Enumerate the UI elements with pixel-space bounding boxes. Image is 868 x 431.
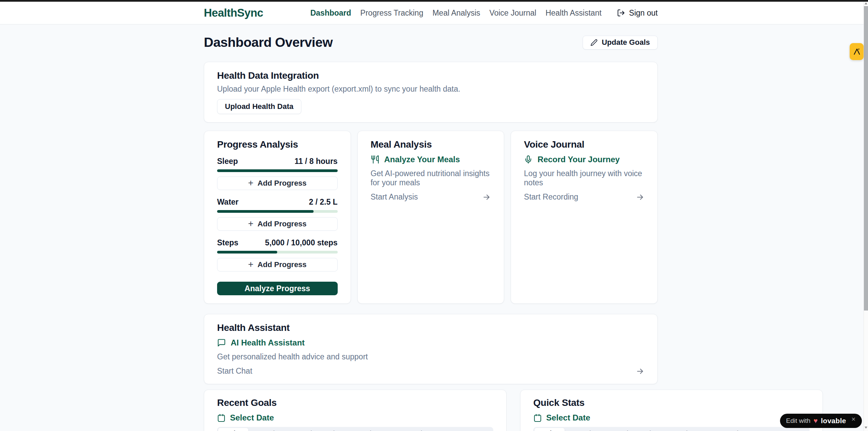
sleep-label: Sleep xyxy=(217,157,238,166)
arrow-right-icon xyxy=(482,193,491,202)
lovable-label: lovable xyxy=(821,417,846,425)
steps-progress-bar xyxy=(217,251,338,254)
steps-metric: Steps 5,000 / 10,000 steps +Add Progress xyxy=(217,238,338,271)
goals-tab-fri-jan-31[interactable]: Fri, Jan 31 xyxy=(323,428,362,431)
recent-goals-title: Recent Goals xyxy=(217,397,493,408)
stats-date-tabs: Today Yesterday Sat, Feb 1 Fri, Jan 31 T… xyxy=(533,427,810,431)
analyze-your-meals-link[interactable]: Analyze Your Meals xyxy=(371,155,491,164)
progress-analysis-card: Progress Analysis Sleep 11 / 8 hours +Ad… xyxy=(204,131,351,304)
scrollbar-down-arrow[interactable] xyxy=(865,427,867,429)
goals-tab-thu-jan-30[interactable]: Thu, Jan 30 xyxy=(362,428,405,431)
chat-bubble-icon xyxy=(217,338,226,347)
brand-logo: HealthSync xyxy=(204,6,263,19)
upload-health-data-button[interactable]: Upload Health Data xyxy=(217,99,301,114)
steps-label: Steps xyxy=(217,238,238,247)
scrollbar-thumb[interactable] xyxy=(864,6,868,311)
close-icon[interactable]: ✕ xyxy=(851,416,856,423)
start-recording-row[interactable]: Start Recording xyxy=(524,192,644,202)
nav-item-health-assistant[interactable]: Health Assistant xyxy=(546,8,602,18)
ai-health-assistant-link[interactable]: AI Health Assistant xyxy=(217,338,644,348)
stats-tab-thu-jan-30[interactable]: Thu, Jan 30 xyxy=(678,428,721,431)
add-water-progress-button[interactable]: +Add Progress xyxy=(217,217,338,231)
health-data-integration-card: Health Data Integration Upload your Appl… xyxy=(204,62,658,123)
stats-tab-wed-jan-29[interactable]: Wed, Jan 29 xyxy=(721,428,766,431)
goals-tab-today[interactable]: Today xyxy=(218,428,248,431)
update-goals-button[interactable]: Update Goals xyxy=(583,36,658,50)
analyze-progress-button[interactable]: Analyze Progress xyxy=(217,282,338,295)
sign-out-button[interactable]: Sign out xyxy=(617,8,658,18)
sleep-metric: Sleep 11 / 8 hours +Add Progress xyxy=(217,157,338,190)
health-assistant-description: Get personalized health advice and suppo… xyxy=(217,352,644,361)
goals-tab-sat-feb-1[interactable]: Sat, Feb 1 xyxy=(285,428,323,431)
utensils-icon xyxy=(371,155,379,164)
goals-tab-tue-jan-28[interactable]: Tue, Jan 28 xyxy=(450,428,492,431)
start-analysis-row[interactable]: Start Analysis xyxy=(371,192,491,202)
start-chat-row[interactable]: Start Chat xyxy=(217,367,644,376)
health-assistant-card: Health Assistant AI Health Assistant Get… xyxy=(204,314,658,384)
voice-journal-card: Voice Journal Record Your Journey Log yo… xyxy=(511,131,658,304)
page-title: Dashboard Overview xyxy=(204,35,333,50)
heart-icon: ♥ xyxy=(814,417,818,425)
browser-top-strip xyxy=(0,0,868,2)
stats-tab-sat-feb-1[interactable]: Sat, Feb 1 xyxy=(602,428,640,431)
meal-analysis-title: Meal Analysis xyxy=(371,139,491,150)
plus-icon: + xyxy=(248,260,253,269)
edit-with-label: Edit with xyxy=(786,417,811,425)
water-label: Water xyxy=(217,198,238,207)
pencil-icon xyxy=(590,39,598,46)
health-assistant-title: Health Assistant xyxy=(217,322,644,333)
stats-tab-tue-jan-28[interactable]: Tue, Jan 28 xyxy=(766,428,809,431)
nav-item-progress-tracking[interactable]: Progress Tracking xyxy=(360,8,423,18)
plus-icon: + xyxy=(248,219,253,228)
arrow-right-icon xyxy=(636,367,644,376)
calendar-icon xyxy=(217,414,226,422)
goals-tab-wed-jan-29[interactable]: Wed, Jan 29 xyxy=(405,428,450,431)
stats-select-date-button[interactable]: Select Date xyxy=(533,413,810,423)
meal-analysis-description: Get AI-powered nutritional insights for … xyxy=(371,169,491,187)
navbar: HealthSync Dashboard Progress Tracking M… xyxy=(0,2,868,24)
microphone-icon xyxy=(524,155,533,164)
record-your-journey-link[interactable]: Record Your Journey xyxy=(524,155,644,164)
goals-tab-yesterday[interactable]: Yesterday xyxy=(248,428,285,431)
water-progress-bar xyxy=(217,210,338,213)
recent-goals-card: Recent Goals Select Date Today Yesterday… xyxy=(204,390,507,431)
scrollbar-up-arrow[interactable] xyxy=(865,2,867,4)
sleep-progress-bar xyxy=(217,169,338,172)
stats-tab-yesterday[interactable]: Yesterday xyxy=(565,428,601,431)
quick-stats-card: Quick Stats Select Date Today Yesterday … xyxy=(520,390,823,431)
nav-item-meal-analysis[interactable]: Meal Analysis xyxy=(432,8,480,18)
water-value: 2 / 2.5 L xyxy=(309,198,337,207)
nav-item-voice-journal[interactable]: Voice Journal xyxy=(490,8,536,18)
stats-tab-today[interactable]: Today xyxy=(534,428,565,431)
add-steps-progress-button[interactable]: +Add Progress xyxy=(217,258,338,271)
progress-analysis-title: Progress Analysis xyxy=(217,139,338,150)
goals-date-tabs: Today Yesterday Sat, Feb 1 Fri, Jan 31 T… xyxy=(217,427,493,431)
health-data-description: Upload your Apple Health export (export.… xyxy=(217,85,644,94)
steps-value: 5,000 / 10,000 steps xyxy=(265,238,338,247)
sleep-value: 11 / 8 hours xyxy=(295,157,338,166)
voice-journal-description: Log your health journey with voice notes xyxy=(524,169,644,187)
edit-with-lovable-badge[interactable]: Edit with ♥ lovable ✕ xyxy=(780,414,862,428)
meal-analysis-card: Meal Analysis Analyze Your Meals Get AI-… xyxy=(357,131,504,304)
sign-out-label: Sign out xyxy=(629,8,658,18)
voice-journal-title: Voice Journal xyxy=(524,139,644,150)
goals-select-date-button[interactable]: Select Date xyxy=(217,413,493,423)
water-metric: Water 2 / 2.5 L +Add Progress xyxy=(217,198,338,231)
arrow-right-icon xyxy=(636,193,644,202)
stats-tab-fri-jan-31[interactable]: Fri, Jan 31 xyxy=(640,428,678,431)
health-data-title: Health Data Integration xyxy=(217,70,644,81)
lambda-logo-icon xyxy=(853,48,861,56)
calendar-icon xyxy=(533,414,542,422)
logout-icon xyxy=(617,9,625,17)
plus-icon: + xyxy=(248,179,253,188)
add-sleep-progress-button[interactable]: +Add Progress xyxy=(217,176,338,190)
nav-item-dashboard[interactable]: Dashboard xyxy=(310,8,351,18)
amber-overlay-badge[interactable] xyxy=(850,43,864,60)
quick-stats-title: Quick Stats xyxy=(533,397,810,408)
page-scrollbar[interactable] xyxy=(864,0,868,431)
